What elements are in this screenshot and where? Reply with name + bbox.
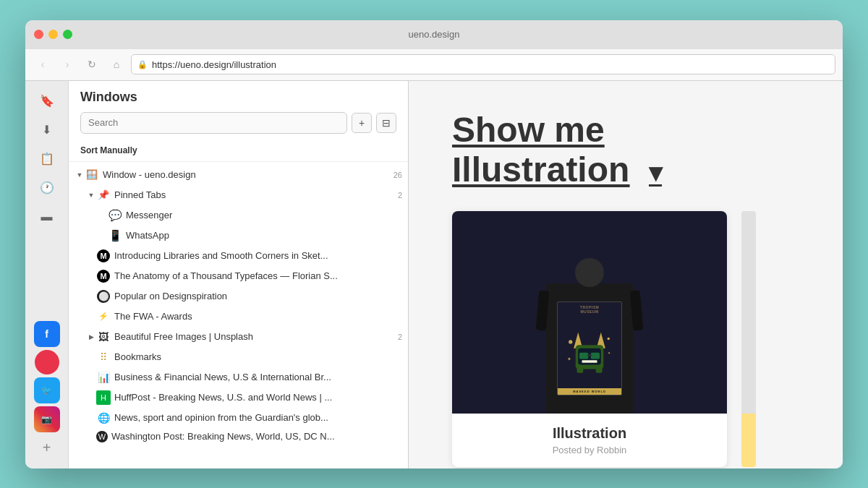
tab-label-10: Washington Post: Breaking News, World, U… — [111, 431, 402, 442]
page-content: Show me Illustration ▾ — [409, 81, 843, 468]
svg-rect-9 — [582, 360, 597, 363]
close-button[interactable] — [34, 30, 43, 39]
bookmarks-panel: Windows + ⊟ Sort Manually ▼ 🪟 Window - u… — [69, 81, 409, 468]
list-item[interactable]: 💬 Messenger — [69, 205, 408, 226]
tree-toggle-empty — [86, 251, 96, 261]
tree-toggle-empty — [86, 432, 96, 442]
list-item[interactable]: ⠿ Bookmarks — [69, 347, 408, 367]
tab-label-5: Beautiful Free Images | Unsplash — [114, 331, 395, 342]
svg-text:✦: ✦ — [608, 351, 610, 355]
list-item[interactable]: 🌐 News, sport and opinion from the Guard… — [69, 408, 408, 428]
list-item[interactable]: 📱 WhatsApp — [69, 226, 408, 246]
bookmarks-title: Windows — [80, 90, 396, 105]
right-strip-top — [741, 211, 756, 414]
card-subtitle: Posted by Robbin — [467, 445, 712, 455]
list-item[interactable]: ▶ 🖼 Beautiful Free Images | Unsplash 2 — [69, 327, 408, 347]
list-item[interactable]: ▼ 🪟 Window - ueno.design 26 — [69, 165, 408, 185]
url-text: https://ueno.design/illustration — [152, 59, 276, 70]
tab-label-8: HuffPost - Breaking News, U.S. and World… — [114, 392, 402, 403]
wp-icon: W — [96, 431, 108, 442]
figure: TROPISMMUSEUM — [546, 258, 633, 414]
list-item[interactable]: W Washington Post: Breaking News, World,… — [69, 428, 408, 445]
list-item[interactable]: M The Anatomy of a Thousand Typefaces — … — [69, 266, 408, 286]
heading-normal: Show me — [452, 111, 605, 149]
sidebar-icon-history[interactable]: 🕐 — [34, 175, 60, 201]
list-item[interactable]: M Introducing Libraries and Smooth Corne… — [69, 246, 408, 266]
svg-rect-8 — [587, 354, 592, 356]
tab-label-4: The FWA - Awards — [114, 311, 402, 322]
forward-button[interactable]: › — [57, 54, 77, 74]
list-item[interactable]: ⚪ Popular on Designspiration — [69, 286, 408, 307]
card-grid: TROPISMMUSEUM — [452, 211, 799, 467]
browser-window: ueno.design ‹ › ↻ ⌂ 🔒 https://ueno.desig… — [25, 20, 843, 468]
tree-toggle-empty — [86, 312, 96, 322]
tree-toggle[interactable]: ▼ — [75, 170, 85, 180]
tree-toggle-empty — [98, 231, 108, 241]
designspiration-icon: ⚪ — [96, 289, 111, 304]
bookmarks-list: ▼ 🪟 Window - ueno.design 26 ▼ 📌 Pinned T… — [69, 162, 408, 468]
tab-label: Introducing Libraries and Smooth Corners… — [114, 250, 402, 261]
traffic-lights — [34, 30, 72, 39]
new-window-button[interactable]: ⊟ — [376, 113, 396, 133]
minimize-button[interactable] — [48, 30, 58, 39]
sidebar-icon-instagram[interactable]: 📷 — [34, 406, 60, 432]
creature-svg: ✦ ✦ — [564, 326, 615, 377]
sidebar-icon-twitter[interactable]: 🐦 — [34, 377, 60, 403]
search-input[interactable] — [80, 112, 347, 134]
list-item[interactable]: H HuffPost - Breaking News, U.S. and Wor… — [69, 388, 408, 408]
tree-toggle-empty — [86, 352, 96, 362]
home-button[interactable]: ⌂ — [106, 54, 127, 74]
list-item[interactable]: 📊 Business & Financial News, U.S & Inter… — [69, 367, 408, 388]
sidebar-icon-clipboard[interactable]: 📋 — [34, 146, 60, 172]
sidebar-icon-bookmark[interactable]: 🔖 — [34, 88, 60, 114]
list-item[interactable]: ▼ 📌 Pinned Tabs 2 — [69, 185, 408, 205]
pinned-tabs-label: Pinned Tabs — [114, 189, 395, 200]
tree-toggle-empty — [86, 291, 96, 301]
sidebar-icon-tabs[interactable]: ▬ — [34, 204, 60, 230]
tree-toggle-empty — [86, 271, 96, 281]
tree-toggle[interactable]: ▼ — [86, 190, 96, 200]
huffpost-icon: H — [96, 390, 111, 405]
tab-label-2: The Anatomy of a Thousand Typefaces — Fl… — [114, 270, 402, 281]
svg-rect-11 — [596, 365, 603, 373]
window-icon: 🪟 — [85, 168, 99, 182]
whatsapp-label: WhatsApp — [126, 230, 402, 241]
tree-toggle-empty — [86, 372, 96, 382]
back-button[interactable]: ‹ — [33, 54, 53, 74]
tab-label-6: Bookmarks — [114, 351, 402, 362]
title-bar: ueno.design — [25, 20, 843, 49]
arm-left — [536, 290, 550, 330]
page-title: ueno.design — [409, 29, 460, 40]
pinned-count: 2 — [398, 191, 402, 200]
maximize-button[interactable] — [63, 30, 72, 39]
sidebar-icon-facebook[interactable]: f — [34, 321, 60, 347]
lock-icon: 🔒 — [137, 60, 148, 69]
sidebar-icon-product[interactable] — [35, 350, 59, 374]
arm-right — [630, 290, 644, 330]
sidebar-icon-add[interactable]: + — [34, 435, 60, 461]
poster-held: TROPISMMUSEUM — [557, 301, 622, 395]
sidebar-icon-download[interactable]: ⬇ — [34, 117, 60, 143]
sort-bar: Sort Manually — [69, 140, 408, 162]
poster-bottom-text: MASKED WORLD — [558, 390, 621, 393]
reload-button[interactable]: ↻ — [82, 54, 102, 74]
medium-icon: M — [96, 249, 111, 263]
tree-toggle-collapsed[interactable]: ▶ — [86, 332, 96, 342]
bookmarks-search-row: + ⊟ — [80, 112, 396, 134]
svg-rect-6 — [579, 352, 588, 359]
figure-head — [575, 258, 604, 287]
tree-toggle-empty — [86, 393, 96, 403]
svg-point-2 — [569, 340, 572, 343]
whatsapp-icon: 📱 — [108, 228, 122, 243]
sort-label: Sort Manually — [80, 145, 137, 155]
url-bar[interactable]: 🔒 https://ueno.design/illustration — [131, 54, 835, 74]
window-label: Window - ueno.design — [103, 169, 391, 180]
poster-top-text: TROPISMMUSEUM — [580, 305, 599, 314]
right-strip — [741, 211, 756, 467]
dropdown-arrow[interactable]: ▾ — [649, 158, 662, 187]
add-tab-button[interactable]: + — [352, 113, 372, 133]
messenger-icon: 💬 — [108, 208, 122, 223]
list-item[interactable]: ⚡ The FWA - Awards — [69, 307, 408, 327]
window-count: 26 — [393, 171, 402, 179]
illustration-card[interactable]: TROPISMMUSEUM — [452, 211, 727, 467]
